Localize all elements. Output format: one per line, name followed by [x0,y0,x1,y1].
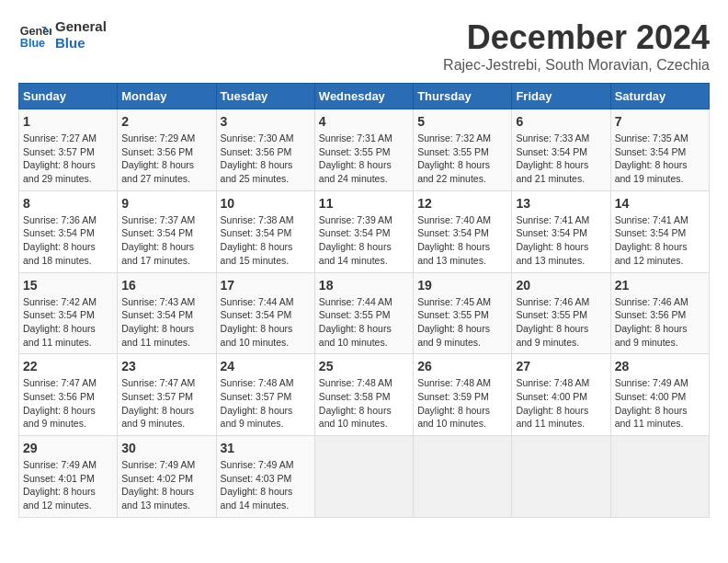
calendar-cell: 2 Sunrise: 7:29 AMSunset: 3:56 PMDayligh… [118,109,216,191]
day-number: 3 [221,114,311,129]
day-number: 9 [121,196,211,211]
day-number: 29 [23,441,113,455]
day-info: Sunrise: 7:44 AMSunset: 3:54 PMDaylight:… [221,296,294,348]
calendar-cell: 17 Sunrise: 7:44 AMSunset: 3:54 PMDaylig… [216,272,314,354]
day-number: 2 [121,114,211,129]
weekday-header-saturday: Saturday [610,84,709,109]
location-title: Rajec-Jestrebi, South Moravian, Czechia [443,57,710,74]
calendar-cell: 15 Sunrise: 7:42 AMSunset: 3:54 PMDaylig… [19,272,118,354]
weekday-header-monday: Monday [118,84,216,109]
day-number: 18 [319,278,409,293]
day-number: 8 [23,196,113,211]
day-number: 11 [319,196,409,211]
calendar-cell: 21 Sunrise: 7:46 AMSunset: 3:56 PMDaylig… [610,272,709,354]
logo-line1: General [55,18,107,35]
logo: General Blue General Blue [18,18,107,52]
day-info: Sunrise: 7:44 AMSunset: 3:55 PMDaylight:… [319,296,392,348]
day-info: Sunrise: 7:48 AMSunset: 3:59 PMDaylight:… [417,377,491,429]
day-info: Sunrise: 7:40 AMSunset: 3:54 PMDaylight:… [417,214,491,266]
calendar-cell: 18 Sunrise: 7:44 AMSunset: 3:55 PMDaylig… [314,272,413,354]
day-number: 5 [417,114,507,129]
day-number: 23 [121,359,211,373]
weekday-header-thursday: Thursday [414,84,512,109]
header: General Blue General Blue December 2024 … [18,18,710,74]
day-info: Sunrise: 7:41 AMSunset: 3:54 PMDaylight:… [615,214,688,266]
day-info: Sunrise: 7:43 AMSunset: 3:54 PMDaylight:… [121,296,195,348]
calendar-table: SundayMondayTuesdayWednesdayThursdayFrid… [18,83,710,518]
day-info: Sunrise: 7:38 AMSunset: 3:54 PMDaylight:… [221,214,294,266]
day-number: 31 [221,441,311,455]
calendar-cell: 24 Sunrise: 7:48 AMSunset: 3:57 PMDaylig… [216,354,314,436]
calendar-cell: 5 Sunrise: 7:32 AMSunset: 3:55 PMDayligh… [414,109,512,191]
calendar-cell: 25 Sunrise: 7:48 AMSunset: 3:58 PMDaylig… [314,354,413,436]
day-number: 19 [417,278,507,293]
calendar-cell: 9 Sunrise: 7:37 AMSunset: 3:54 PMDayligh… [118,190,216,272]
day-info: Sunrise: 7:37 AMSunset: 3:54 PMDaylight:… [121,214,195,266]
day-info: Sunrise: 7:45 AMSunset: 3:55 PMDaylight:… [417,296,491,348]
weekday-header-friday: Friday [512,84,610,109]
day-number: 13 [516,196,606,211]
day-number: 17 [221,278,311,293]
calendar-cell: 31 Sunrise: 7:49 AMSunset: 4:03 PMDaylig… [216,436,314,518]
calendar-cell: 13 Sunrise: 7:41 AMSunset: 3:54 PMDaylig… [512,190,610,272]
calendar-cell: 12 Sunrise: 7:40 AMSunset: 3:54 PMDaylig… [414,190,512,272]
day-number: 24 [221,359,311,373]
day-info: Sunrise: 7:31 AMSunset: 3:55 PMDaylight:… [319,132,392,184]
day-number: 30 [121,441,211,455]
day-info: Sunrise: 7:49 AMSunset: 4:03 PMDaylight:… [221,459,294,511]
day-number: 15 [23,278,113,293]
svg-text:Blue: Blue [20,37,45,50]
day-info: Sunrise: 7:30 AMSunset: 3:56 PMDaylight:… [221,132,294,184]
day-number: 22 [23,359,113,373]
calendar-cell: 1 Sunrise: 7:27 AMSunset: 3:57 PMDayligh… [19,109,118,191]
day-info: Sunrise: 7:48 AMSunset: 3:57 PMDaylight:… [221,377,294,429]
day-info: Sunrise: 7:29 AMSunset: 3:56 PMDaylight:… [121,132,195,184]
day-info: Sunrise: 7:48 AMSunset: 3:58 PMDaylight:… [319,377,392,429]
day-number: 7 [615,114,705,129]
day-info: Sunrise: 7:41 AMSunset: 3:54 PMDaylight:… [516,214,589,266]
day-number: 14 [615,196,705,211]
day-number: 20 [516,278,606,293]
day-info: Sunrise: 7:49 AMSunset: 4:02 PMDaylight:… [121,459,195,511]
day-info: Sunrise: 7:36 AMSunset: 3:54 PMDaylight:… [23,214,97,266]
day-info: Sunrise: 7:49 AMSunset: 4:01 PMDaylight:… [23,459,97,511]
day-number: 16 [121,278,211,293]
calendar-cell: 20 Sunrise: 7:46 AMSunset: 3:55 PMDaylig… [512,272,610,354]
calendar-cell [512,436,610,518]
day-number: 25 [319,359,409,373]
day-info: Sunrise: 7:47 AMSunset: 3:56 PMDaylight:… [23,377,97,429]
month-title: December 2024 [443,18,710,57]
day-number: 6 [516,114,606,129]
calendar-cell: 11 Sunrise: 7:39 AMSunset: 3:54 PMDaylig… [314,190,413,272]
logo-line2: Blue [55,35,107,52]
day-number: 27 [516,359,606,373]
day-number: 10 [221,196,311,211]
day-info: Sunrise: 7:49 AMSunset: 4:00 PMDaylight:… [615,377,688,429]
calendar-cell: 16 Sunrise: 7:43 AMSunset: 3:54 PMDaylig… [118,272,216,354]
day-number: 21 [615,278,705,293]
calendar-cell: 28 Sunrise: 7:49 AMSunset: 4:00 PMDaylig… [610,354,709,436]
day-info: Sunrise: 7:48 AMSunset: 4:00 PMDaylight:… [516,377,589,429]
day-info: Sunrise: 7:33 AMSunset: 3:54 PMDaylight:… [516,132,589,184]
title-area: December 2024 Rajec-Jestrebi, South Mora… [443,18,710,74]
day-info: Sunrise: 7:46 AMSunset: 3:56 PMDaylight:… [615,296,688,348]
day-info: Sunrise: 7:47 AMSunset: 3:57 PMDaylight:… [121,377,195,429]
weekday-header-wednesday: Wednesday [314,84,413,109]
day-number: 4 [319,114,409,129]
calendar-cell: 14 Sunrise: 7:41 AMSunset: 3:54 PMDaylig… [610,190,709,272]
calendar-cell: 26 Sunrise: 7:48 AMSunset: 3:59 PMDaylig… [414,354,512,436]
calendar-cell: 22 Sunrise: 7:47 AMSunset: 3:56 PMDaylig… [19,354,118,436]
day-info: Sunrise: 7:42 AMSunset: 3:54 PMDaylight:… [23,296,97,348]
day-info: Sunrise: 7:39 AMSunset: 3:54 PMDaylight:… [319,214,392,266]
day-info: Sunrise: 7:35 AMSunset: 3:54 PMDaylight:… [615,132,688,184]
calendar-cell: 6 Sunrise: 7:33 AMSunset: 3:54 PMDayligh… [512,109,610,191]
weekday-header-tuesday: Tuesday [216,84,314,109]
calendar-cell: 27 Sunrise: 7:48 AMSunset: 4:00 PMDaylig… [512,354,610,436]
calendar-cell: 7 Sunrise: 7:35 AMSunset: 3:54 PMDayligh… [610,109,709,191]
calendar-cell: 29 Sunrise: 7:49 AMSunset: 4:01 PMDaylig… [19,436,118,518]
calendar-cell: 8 Sunrise: 7:36 AMSunset: 3:54 PMDayligh… [19,190,118,272]
calendar-cell: 23 Sunrise: 7:47 AMSunset: 3:57 PMDaylig… [118,354,216,436]
calendar-cell: 4 Sunrise: 7:31 AMSunset: 3:55 PMDayligh… [314,109,413,191]
day-info: Sunrise: 7:27 AMSunset: 3:57 PMDaylight:… [23,132,97,184]
calendar-cell [610,436,709,518]
